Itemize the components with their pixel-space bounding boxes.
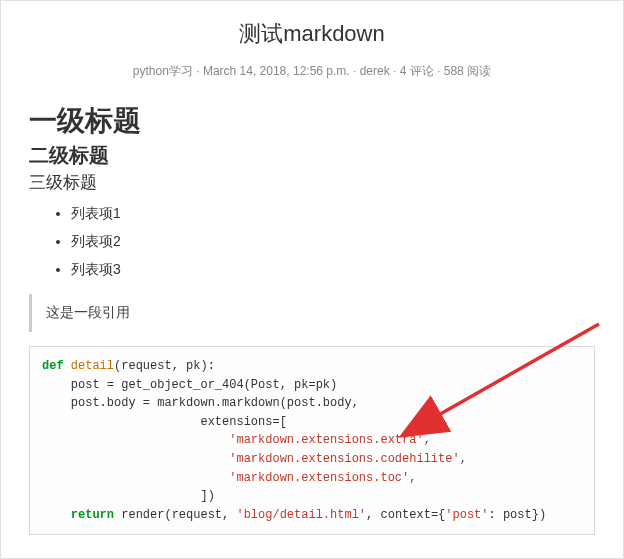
code-string: 'markdown.extensions.toc'	[229, 471, 409, 485]
code-indent	[42, 452, 229, 466]
post-title: 测试markdown	[29, 19, 595, 49]
list-item: 列表项1	[71, 200, 595, 228]
code-string: 'post'	[445, 508, 488, 522]
post-meta: python学习 · March 14, 2018, 12:56 p.m. · …	[29, 63, 595, 80]
list-item: 列表项2	[71, 228, 595, 256]
code-string: 'markdown.extensions.codehilite'	[229, 452, 459, 466]
meta-date: March 14, 2018, 12:56 p.m.	[203, 64, 350, 78]
heading-3: 三级标题	[29, 171, 595, 194]
meta-comments: 4 评论	[400, 64, 434, 78]
meta-views: 588 阅读	[444, 64, 491, 78]
code-line: extensions=[	[42, 415, 287, 429]
code-punct: ,	[409, 471, 416, 485]
blockquote: 这是一段引用	[29, 294, 595, 332]
code-string: 'blog/detail.html'	[236, 508, 366, 522]
code-string: 'markdown.extensions.extra'	[229, 433, 423, 447]
code-line: ])	[42, 489, 215, 503]
code-params: (request, pk):	[114, 359, 215, 373]
code-line: post.body = markdown.markdown(post.body,	[42, 396, 359, 410]
code-punct: ,	[424, 433, 431, 447]
code-line: post = get_object_or_404(Post, pk=pk)	[42, 378, 337, 392]
quote-text: 这是一段引用	[46, 304, 130, 320]
code-function-name: detail	[71, 359, 114, 373]
unordered-list: 列表项1 列表项2 列表项3	[29, 200, 595, 284]
code-keyword: return	[71, 508, 114, 522]
code-punct: ,	[460, 452, 467, 466]
meta-category: python学习	[133, 64, 193, 78]
code-text: , context={	[366, 508, 445, 522]
heading-1: 一级标题	[29, 102, 595, 140]
code-indent	[42, 471, 229, 485]
code-keyword: def	[42, 359, 64, 373]
code-indent	[42, 433, 229, 447]
code-text: render(request,	[114, 508, 236, 522]
meta-author: derek	[360, 64, 390, 78]
list-item: 列表项3	[71, 256, 595, 284]
code-text: : post})	[489, 508, 547, 522]
code-block: def detail(request, pk): post = get_obje…	[29, 346, 595, 535]
heading-2: 二级标题	[29, 142, 595, 169]
